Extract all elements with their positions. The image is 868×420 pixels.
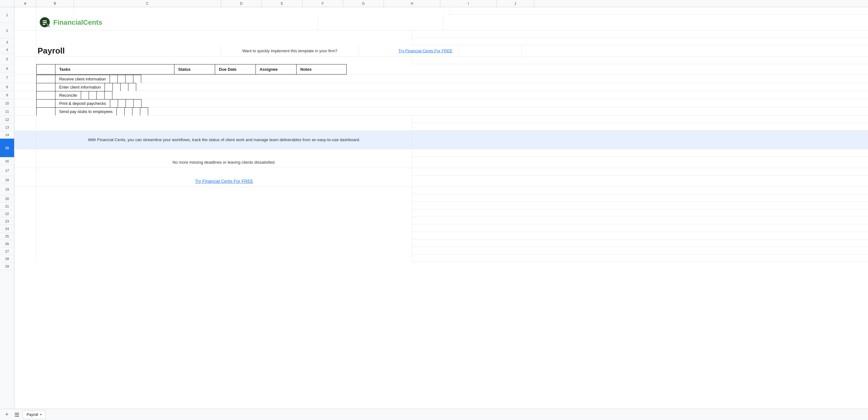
add-sheet-button[interactable]: + <box>2 410 11 419</box>
td-row4-task[interactable]: Print & deposit paychecks <box>55 99 110 108</box>
cell-22rest[interactable] <box>36 202 412 209</box>
td-row2-date[interactable] <box>113 83 120 91</box>
sheet-menu-button[interactable] <box>12 410 21 419</box>
row-num-20: 20 <box>0 195 14 202</box>
cell-3a[interactable] <box>14 30 36 38</box>
col-header-g: G <box>343 0 384 7</box>
cell-20rest[interactable] <box>36 187 412 194</box>
td-row3-assignee[interactable] <box>97 91 104 99</box>
td-row2-task[interactable]: Enter client information <box>55 83 105 91</box>
col-header-d: D <box>221 0 262 7</box>
cell-18rest[interactable] <box>36 168 412 175</box>
cell-29rest[interactable] <box>36 254 412 262</box>
cell-15a[interactable] <box>14 130 36 149</box>
row-27 <box>14 239 868 247</box>
td-row3-status[interactable] <box>81 91 89 99</box>
td-row5-status[interactable] <box>117 108 124 116</box>
cell-1b[interactable] <box>36 7 74 15</box>
cell-2rest[interactable] <box>318 15 443 30</box>
plus-icon: + <box>5 411 9 418</box>
svg-rect-0 <box>42 20 46 21</box>
cell-20a[interactable] <box>14 187 36 194</box>
td-row4-status[interactable] <box>110 99 118 108</box>
cell-14a[interactable] <box>14 123 36 130</box>
cell-28rest[interactable] <box>36 247 412 254</box>
td-row1-notes[interactable] <box>133 75 141 83</box>
td-row3-notes[interactable] <box>104 91 113 99</box>
td-row2-status[interactable] <box>104 83 113 91</box>
header-cta-link[interactable]: Try Financial Cents For FREE <box>398 49 453 53</box>
th-status: Status <box>175 64 215 74</box>
td-row1-date[interactable] <box>117 75 125 83</box>
td-row1-task[interactable]: Receive client information <box>55 75 110 83</box>
row-num-26: 26 <box>0 240 14 248</box>
row-num-18: 18 <box>0 176 14 184</box>
td-row1-status[interactable] <box>110 75 117 83</box>
cell-12a[interactable] <box>14 107 36 115</box>
cell-29a[interactable] <box>14 254 36 262</box>
row-num-28: 28 <box>0 255 14 263</box>
td-row4-date[interactable] <box>118 99 126 108</box>
tab-dropdown-icon: ▾ <box>40 413 42 416</box>
row-num-8: 8 <box>0 83 14 91</box>
cell-3rest[interactable] <box>36 30 412 38</box>
row-13 <box>14 116 868 123</box>
cell-8-data: Receive client information <box>36 75 412 83</box>
cell-26a[interactable] <box>14 232 36 239</box>
td-row4-assignee[interactable] <box>126 99 133 108</box>
cell-7a[interactable] <box>14 64 36 74</box>
cell-4a[interactable] <box>14 38 36 45</box>
cell-18a[interactable] <box>14 168 36 175</box>
cell-23rest[interactable] <box>36 209 412 217</box>
td-row5-task[interactable]: Send pay stubs to employees <box>55 108 117 116</box>
cell-13rest[interactable] <box>36 116 412 123</box>
col-header-c: C <box>74 0 221 7</box>
cell-2a[interactable] <box>14 15 36 30</box>
cell-17a[interactable] <box>14 157 36 168</box>
cell-21a[interactable] <box>14 194 36 202</box>
cell-11a[interactable] <box>14 99 36 107</box>
td-row5-assignee[interactable] <box>132 108 140 116</box>
cell-25a[interactable] <box>14 224 36 232</box>
cell-10a[interactable] <box>14 91 36 99</box>
cell-25rest[interactable] <box>36 224 412 232</box>
cell-6a[interactable] <box>14 57 36 64</box>
td-row3-date[interactable] <box>89 91 97 99</box>
td-row2-notes[interactable] <box>128 83 136 91</box>
sheet-tab-payroll[interactable]: Payroll ▾ <box>23 410 46 419</box>
cell-13a[interactable] <box>14 116 36 123</box>
cell-27a[interactable] <box>14 239 36 247</box>
row-14 <box>14 123 868 130</box>
cell-26rest[interactable] <box>36 232 412 239</box>
promo-cta-link[interactable]: Try Financial Cents For FREE <box>195 179 253 184</box>
cell-19a[interactable] <box>14 175 36 187</box>
cell-22a[interactable] <box>14 202 36 209</box>
row-num-24: 24 <box>0 225 14 232</box>
svg-point-3 <box>49 26 50 27</box>
td-row1-assignee[interactable] <box>125 75 133 83</box>
cell-5a[interactable] <box>14 45 36 56</box>
cell-28a[interactable] <box>14 247 36 254</box>
cell-16rest[interactable] <box>36 149 412 157</box>
cell-24rest[interactable] <box>36 217 412 224</box>
td-row5-date[interactable] <box>124 108 132 116</box>
promo-description: With Financial Cents, you can streamline… <box>88 137 360 142</box>
cell-16a[interactable] <box>14 149 36 157</box>
cell-24a[interactable] <box>14 217 36 224</box>
cell-23a[interactable] <box>14 209 36 217</box>
cell-4rest[interactable] <box>36 38 412 45</box>
cell-1a[interactable] <box>14 7 36 15</box>
td-row2-assignee[interactable] <box>120 83 128 91</box>
cell-5rest[interactable] <box>459 45 522 56</box>
td-row4-notes[interactable] <box>133 99 141 108</box>
cell-8a[interactable] <box>14 75 36 83</box>
content-area[interactable]: FinancialCents <box>14 7 868 409</box>
cell-14rest[interactable] <box>36 123 412 130</box>
cell-27rest[interactable] <box>36 239 412 247</box>
td-row3-task[interactable]: Reconcile <box>55 91 81 99</box>
cell-1rest[interactable] <box>74 7 450 15</box>
cell-21rest[interactable] <box>36 194 412 202</box>
td-row5-notes[interactable] <box>140 108 148 116</box>
cell-6rest[interactable] <box>36 57 412 64</box>
cell-9a[interactable] <box>14 83 36 91</box>
